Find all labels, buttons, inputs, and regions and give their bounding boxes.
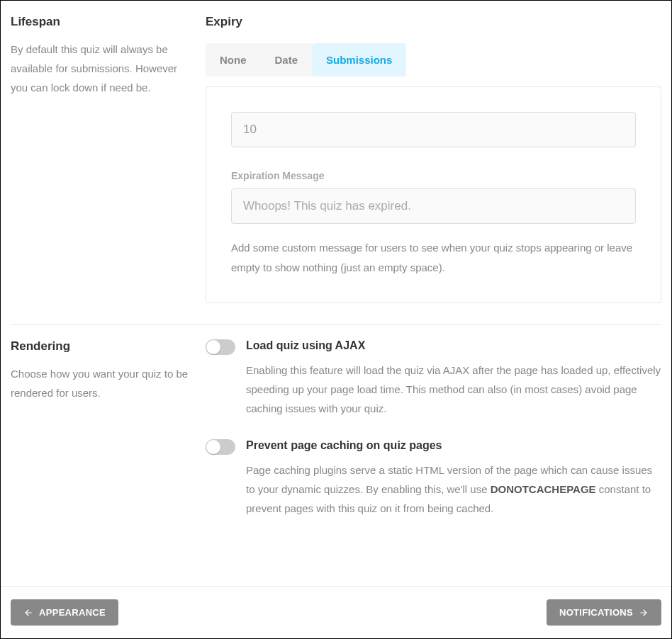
expiry-title: Expiry — [206, 15, 661, 29]
expiration-message-label: Expiration Message — [231, 170, 636, 181]
ajax-content: Load quiz using AJAX Enabling this featu… — [246, 339, 661, 418]
rendering-left: Rendering Choose how you want your quiz … — [11, 339, 206, 518]
arrow-right-icon — [639, 608, 649, 618]
footer-nav: APPEARANCE NOTIFICATIONS — [1, 586, 671, 638]
ajax-title: Load quiz using AJAX — [246, 339, 661, 352]
lifespan-left: Lifespan By default this quiz will alway… — [11, 15, 206, 303]
tab-submissions[interactable]: Submissions — [312, 43, 406, 77]
ajax-toggle[interactable] — [206, 339, 235, 355]
prev-button-label: APPEARANCE — [39, 607, 106, 618]
submissions-count-input[interactable] — [231, 112, 636, 147]
submissions-panel: Expiration Message Add some custom messa… — [206, 86, 661, 303]
expiration-help-text: Add some custom message for users to see… — [231, 238, 636, 278]
cache-desc: Page caching plugins serve a static HTML… — [246, 460, 661, 518]
next-button[interactable]: NOTIFICATIONS — [547, 599, 661, 626]
rendering-section: Rendering Choose how you want your quiz … — [1, 325, 671, 539]
cache-toggle-row: Prevent page caching on quiz pages Page … — [206, 439, 661, 518]
cache-desc-bold: DONOTCACHEPAGE — [491, 483, 596, 495]
rendering-title: Rendering — [11, 339, 191, 354]
lifespan-section: Lifespan By default this quiz will alway… — [1, 1, 671, 324]
rendering-right: Load quiz using AJAX Enabling this featu… — [206, 339, 661, 518]
ajax-toggle-row: Load quiz using AJAX Enabling this featu… — [206, 339, 661, 418]
tab-none[interactable]: None — [206, 43, 261, 77]
settings-container: Lifespan By default this quiz will alway… — [0, 0, 672, 639]
next-button-label: NOTIFICATIONS — [559, 607, 633, 618]
cache-toggle[interactable] — [206, 439, 235, 455]
main-content: Lifespan By default this quiz will alway… — [1, 1, 671, 586]
ajax-desc: Enabling this feature will load the quiz… — [246, 361, 661, 418]
lifespan-desc: By default this quiz will always be avai… — [11, 40, 191, 97]
expiration-message-input[interactable] — [231, 188, 636, 224]
lifespan-right: Expiry None Date Submissions Expiration … — [206, 15, 661, 303]
expiry-tabs: None Date Submissions — [206, 43, 661, 77]
arrow-left-icon — [23, 608, 33, 618]
tab-date[interactable]: Date — [261, 43, 313, 77]
cache-content: Prevent page caching on quiz pages Page … — [246, 439, 661, 518]
cache-title: Prevent page caching on quiz pages — [246, 439, 661, 452]
rendering-desc: Choose how you want your quiz to be rend… — [11, 364, 191, 402]
lifespan-title: Lifespan — [11, 15, 191, 29]
prev-button[interactable]: APPEARANCE — [11, 599, 118, 626]
